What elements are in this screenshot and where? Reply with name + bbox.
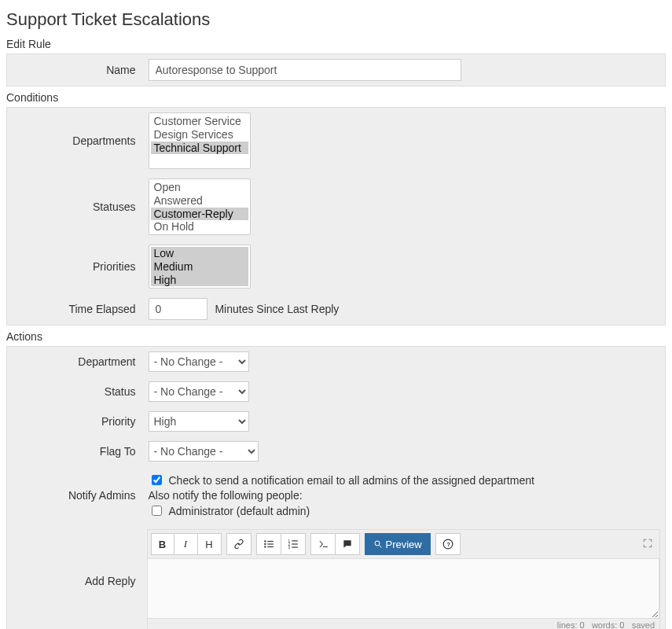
name-table: Name [6, 53, 666, 86]
departments-select[interactable]: Customer ServiceDesign ServicesTechnical… [149, 112, 251, 169]
page-title: Support Ticket Escalations [6, 9, 666, 30]
status-saved: saved [632, 620, 655, 629]
svg-point-12 [375, 541, 380, 546]
svg-rect-10 [292, 543, 298, 544]
italic-button[interactable]: I [174, 533, 198, 555]
action-flagto-select[interactable]: - No Change - [149, 441, 259, 462]
svg-text:3: 3 [288, 546, 290, 550]
priorities-select[interactable]: LowMediumHigh [149, 245, 251, 289]
action-department-select[interactable]: - No Change - [149, 351, 249, 372]
bold-button[interactable]: B [151, 533, 174, 555]
notify-administrator-checkbox[interactable] [152, 506, 162, 516]
link-button[interactable] [226, 533, 252, 555]
list-ol-icon: 123 [288, 539, 299, 550]
heading-button[interactable]: H [198, 533, 222, 555]
statuses-label: Statuses [7, 174, 142, 240]
add-reply-label: Add Reply [7, 524, 142, 629]
conditions-table: Departments Customer ServiceDesign Servi… [6, 107, 666, 326]
reply-textarea[interactable] [148, 559, 660, 619]
question-icon: ? [442, 539, 454, 550]
preview-button-label: Preview [386, 539, 422, 550]
conditions-section-label: Conditions [6, 91, 666, 104]
name-input[interactable] [149, 59, 461, 81]
comment-icon [342, 539, 353, 550]
help-button[interactable]: ? [435, 533, 461, 555]
terminal-icon [318, 539, 329, 550]
notify-extra-text: Also notify the following people: [149, 489, 659, 502]
time-elapsed-suffix: Minutes Since Last Reply [215, 303, 339, 315]
svg-point-2 [264, 546, 266, 547]
editor: B I H 123 [147, 529, 661, 629]
svg-line-13 [379, 546, 381, 548]
notify-admins-label: Notify Admins [7, 466, 142, 524]
action-status-select[interactable]: - No Change - [149, 381, 249, 402]
action-status-label: Status [7, 377, 142, 406]
status-words: words: 0 [592, 620, 625, 629]
preview-button[interactable]: Preview [365, 533, 431, 555]
svg-rect-11 [292, 547, 298, 548]
actions-table: Department - No Change - Status - No Cha… [6, 346, 666, 629]
svg-rect-9 [292, 540, 298, 541]
name-label: Name [7, 54, 142, 86]
action-priority-label: Priority [7, 406, 142, 436]
time-elapsed-input[interactable] [149, 298, 207, 320]
list-ul-icon [263, 539, 274, 550]
departments-label: Departments [7, 108, 142, 175]
actions-section-label: Actions [6, 330, 666, 343]
editor-toolbar: B I H 123 [148, 530, 660, 559]
action-flagto-label: Flag To [7, 436, 142, 466]
notify-administrator-checkbox-label: Administrator (default admin) [169, 505, 310, 517]
notify-admins-checkbox-label: Check to send a notification email to al… [169, 474, 534, 487]
notify-admins-checkbox[interactable] [152, 475, 162, 485]
link-icon [233, 539, 244, 550]
unordered-list-button[interactable] [256, 533, 281, 555]
page-subtitle: Edit Rule [6, 38, 666, 50]
svg-point-1 [264, 543, 266, 545]
expand-button[interactable] [639, 535, 656, 554]
expand-icon [642, 538, 653, 549]
svg-rect-4 [267, 543, 274, 544]
time-elapsed-label: Time Elapsed [7, 293, 142, 326]
comment-button[interactable] [336, 533, 360, 555]
code-button[interactable] [310, 533, 336, 555]
statuses-select[interactable]: OpenAnsweredCustomer-ReplyOn Hold [149, 178, 251, 235]
action-department-label: Department [7, 347, 142, 377]
svg-rect-3 [267, 541, 274, 542]
action-priority-select[interactable]: - No Change -LowMediumHigh [149, 411, 249, 432]
ordered-list-button[interactable]: 123 [281, 533, 306, 555]
priorities-label: Priorities [7, 240, 142, 293]
search-icon [373, 539, 383, 549]
svg-text:?: ? [446, 541, 450, 548]
svg-rect-5 [267, 546, 274, 547]
status-lines: lines: 0 [557, 620, 585, 629]
editor-status: lines: 0 words: 0 saved [148, 619, 660, 629]
svg-point-0 [264, 540, 266, 542]
